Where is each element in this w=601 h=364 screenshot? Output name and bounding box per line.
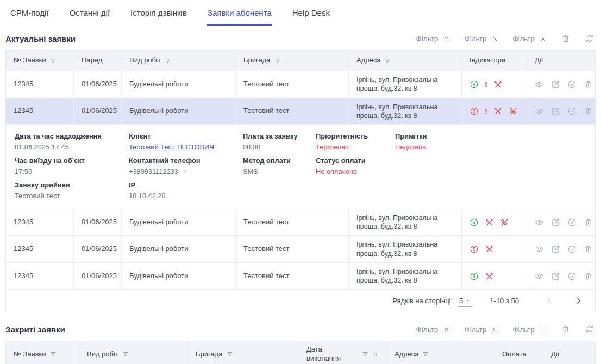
complete-button[interactable] (567, 244, 577, 254)
phone-number: +380931112233 (129, 167, 178, 176)
brigade: Тестовий тест (235, 209, 348, 236)
refresh-button[interactable] (585, 34, 594, 43)
close-icon[interactable] (491, 35, 498, 42)
tab-crm-events[interactable]: СРМ-події (10, 0, 49, 26)
view-button[interactable] (535, 272, 544, 281)
view-button[interactable] (535, 106, 544, 116)
refresh-button[interactable] (585, 324, 594, 334)
close-icon[interactable] (540, 326, 547, 333)
tab-recent-actions[interactable]: Останні дії (69, 0, 111, 26)
table-row[interactable]: 12345 01/06/2025 Будівельні роботи Тесто… (6, 235, 595, 262)
money-green-icon (469, 272, 479, 281)
filter-icon[interactable] (122, 351, 129, 357)
rows-per-page-select[interactable]: 5 (458, 295, 472, 307)
edit-button[interactable] (551, 106, 560, 116)
filter-icon[interactable] (362, 351, 368, 357)
table-row[interactable]: 12345 01/06/2025 Будівельні роботи Тесто… (6, 71, 595, 98)
close-icon[interactable] (443, 35, 450, 42)
tab-subscriber-requests[interactable]: Заявки абонента (207, 0, 272, 26)
filter-chip-label: Фільтр (416, 325, 439, 334)
trash-icon (584, 218, 593, 227)
sort-icon[interactable] (372, 351, 379, 357)
filter-icon[interactable] (165, 58, 171, 64)
caret-down-icon (465, 297, 471, 304)
close-icon[interactable] (540, 35, 547, 42)
filter-chip-3[interactable]: Фільтр (512, 325, 547, 334)
client-link[interactable]: Тестовий Тест ТЕСТОВИЧ (129, 143, 214, 152)
actual-section-title: Актуальні заявки (5, 34, 76, 43)
closed-table-header: № Заявки Вид робіт Бригада Дата виконанн… (6, 341, 595, 364)
edit-icon (551, 218, 560, 227)
edit-button[interactable] (551, 272, 560, 281)
priority-value: Терміново (316, 143, 393, 152)
trash-icon (561, 324, 571, 334)
edit-button[interactable] (551, 218, 560, 227)
pay-status-value: Не оплачено (316, 167, 393, 176)
filter-chip-2[interactable]: Фільтр (464, 35, 498, 43)
complete-button[interactable] (567, 106, 577, 116)
filter-icon[interactable] (422, 351, 429, 357)
table-row[interactable]: 12345 01/06/2025 Будівельні роботи Тесто… (6, 262, 595, 290)
filter-icon[interactable] (274, 58, 281, 64)
complete-button[interactable] (567, 272, 577, 281)
delete-button[interactable] (584, 218, 593, 227)
complete-button[interactable] (567, 80, 577, 89)
actions (527, 98, 600, 125)
actual-table-header: № Заявки Наряд Вид робіт Бригада Адреса … (6, 51, 595, 71)
brigade: Тестовий тест (235, 71, 348, 98)
delete-button[interactable] (584, 106, 593, 116)
filter-chip-label: Фільтр (416, 35, 439, 43)
actions (527, 71, 600, 98)
clear-filters-button[interactable] (561, 324, 571, 334)
column-header-indicators: Індикатори (461, 51, 527, 71)
tools-crossed-icon (493, 106, 503, 116)
next-page-button[interactable] (574, 296, 583, 305)
chevron-down-icon[interactable] (181, 168, 189, 175)
view-button[interactable] (535, 244, 544, 254)
clear-filters-button[interactable] (561, 34, 571, 43)
detail-field-client: Клієнт Тестовий Тест ТЕСТОВИЧ (129, 132, 241, 152)
table-row[interactable]: 12345 01/06/2025 Будівельні роботи Тесто… (6, 209, 595, 236)
view-button[interactable] (535, 218, 544, 227)
money-green-icon (469, 80, 479, 89)
column-header-id: № Заявки (6, 51, 73, 71)
detail-field-accepted: Заявку прийняв Тестовий тест (15, 181, 127, 200)
column-header-id: № Заявки (6, 341, 79, 364)
close-icon[interactable] (443, 326, 450, 333)
complete-button[interactable] (567, 218, 577, 227)
view-button[interactable] (535, 80, 544, 89)
rows-per-page-label: Рядків на сторінці: (392, 297, 453, 305)
delete-button[interactable] (584, 244, 593, 254)
tab-call-history[interactable]: Історія дзвінків (130, 0, 187, 26)
delete-button[interactable] (584, 272, 593, 281)
prev-page-button[interactable] (545, 296, 554, 305)
address: Ірпінь, вул. Привокзальна проща, буд.32,… (348, 98, 461, 125)
trash-icon (561, 34, 571, 43)
detail-field-departure: Час виїзду на об’єкт 17:50 (15, 156, 127, 176)
filter-chip-3[interactable]: Фільтр (512, 35, 547, 43)
actions (527, 236, 600, 262)
filter-chip-2[interactable]: Фільтр (464, 325, 498, 334)
edit-button[interactable] (551, 80, 560, 89)
indicators (461, 263, 527, 290)
table-row-selected[interactable]: 12345 01/06/2025 Будівельні роботи Тесто… (6, 98, 595, 125)
eye-icon (535, 218, 544, 227)
request-id: 12345 (6, 71, 73, 98)
tab-help-desk[interactable]: Help Desk (292, 0, 330, 26)
eye-icon (535, 80, 544, 89)
filter-chip-label: Фільтр (512, 325, 535, 334)
delete-button[interactable] (584, 80, 593, 89)
filter-icon[interactable] (384, 58, 391, 64)
filter-icon[interactable] (50, 58, 57, 64)
filter-chip-label: Фільтр (512, 35, 535, 43)
edit-button[interactable] (551, 244, 560, 254)
order-date: 01/06/2025 (73, 263, 121, 290)
close-icon[interactable] (491, 326, 498, 333)
filter-icon[interactable] (50, 351, 57, 357)
filter-chip-1[interactable]: Фільтр (416, 35, 450, 43)
filter-chip-1[interactable]: Фільтр (416, 325, 450, 334)
actual-section-header: Актуальні заявки Фільтр Фільтр Фільтр (0, 26, 601, 50)
tools-crossed-icon (485, 272, 494, 281)
filter-icon[interactable] (227, 351, 233, 357)
indicators (461, 98, 527, 125)
